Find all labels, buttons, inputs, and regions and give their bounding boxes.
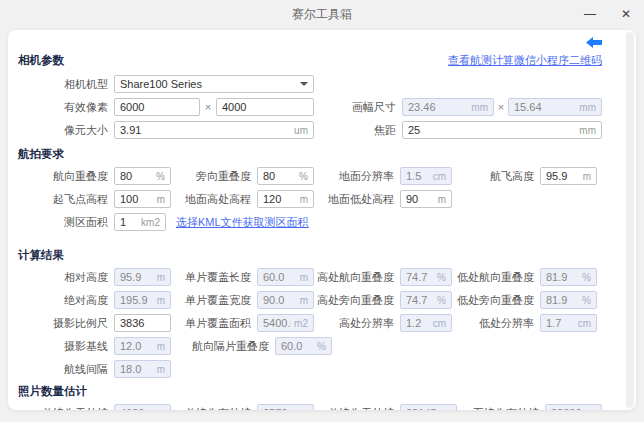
- kml-file-link[interactable]: 选择KML文件获取测区面积: [176, 215, 309, 230]
- photo-scale-field: 3836: [114, 314, 171, 332]
- frame-width-field: 23.46 mm: [402, 98, 494, 116]
- photo-count-row: 单镜头无外扩 4629 单镜头有外扩 6576 单镜头无外扩 23145 五镜头…: [18, 404, 618, 410]
- minimize-button[interactable]: —: [582, 6, 598, 22]
- pixels-frame-row: 有效像素 6000 × 4000 画幅尺寸 23.46 mm × 15.64 m…: [18, 98, 618, 116]
- flight-height-input[interactable]: 95.9 m: [540, 167, 597, 185]
- survey-area-label: 测区面积: [18, 215, 114, 230]
- camera-model-select[interactable]: Share100 Series: [114, 75, 314, 93]
- relative-height-label: 相对高度: [18, 270, 114, 285]
- times-sign: ×: [494, 101, 508, 113]
- focal-length-input[interactable]: 25 mm: [402, 121, 602, 139]
- camera-model-row: 相机机型 Share100 Series: [18, 75, 618, 93]
- five-no-expand-field: 23145: [400, 404, 457, 410]
- results-row-1: 相对高度 95.9 m 单片覆盖长度 60.0 m 高处航向重叠度 74.7 %…: [18, 268, 618, 286]
- results-row-3: 摄影比例尺 3836 单片覆盖面积 5400.0 m2 高处分辨率 1.2 cm…: [18, 314, 618, 332]
- gsd-field: 1.5 cm: [400, 167, 452, 185]
- ground-low-elevation-input[interactable]: 90 m: [400, 190, 452, 208]
- low-gsd-field: 1.7 cm: [540, 314, 597, 332]
- single-no-expand-label: 单镜头无外扩: [18, 406, 114, 411]
- photo-baseline-field: 12.0 m: [114, 337, 171, 355]
- relative-height-field: 95.9 m: [114, 268, 171, 286]
- results-row-2: 绝对高度 195.9 m 单片覆盖宽度 90.0 m 高处旁向重叠度 74.7 …: [18, 291, 618, 309]
- side-overlap-input[interactable]: 80 %: [257, 167, 314, 185]
- forward-overlap-label: 航向重叠度: [18, 169, 114, 184]
- single-coverage-width-label: 单片覆盖宽度: [171, 293, 257, 308]
- gsd-label: 地面分辨率: [314, 169, 400, 184]
- results-row-5: 航线间隔 18.0 m: [18, 360, 618, 378]
- main-panel: 相机参数 查看航测计算微信小程序二维码 相机机型 Share100 Series…: [8, 30, 636, 410]
- single-coverage-length-label: 单片覆盖长度: [171, 270, 257, 285]
- single-coverage-area-field: 5400.0 m2: [257, 314, 314, 332]
- low-forward-overlap-label: 低处航向重叠度: [452, 270, 540, 285]
- low-side-overlap-field: 81.9 %: [540, 291, 597, 309]
- title-bar: 赛尔工具箱 — ✕: [0, 0, 644, 28]
- five-no-expand-label: 单镜头无外扩: [314, 406, 400, 411]
- section-title-photos: 照片数量估计: [18, 384, 618, 399]
- pixel-size-input[interactable]: 3.91 um: [114, 121, 314, 139]
- side-overlap-label: 旁向重叠度: [171, 169, 257, 184]
- single-expand-field: 6576: [257, 404, 314, 410]
- five-expand-label: 五镜头有外扩: [457, 406, 545, 411]
- high-gsd-field: 1.2 cm: [400, 314, 452, 332]
- single-coverage-area-label: 单片覆盖面积: [171, 316, 257, 331]
- single-coverage-width-field: 90.0 m: [257, 291, 314, 309]
- low-side-overlap-label: 低处旁向重叠度: [452, 293, 540, 308]
- five-expand-field: 32880: [545, 404, 602, 410]
- low-gsd-label: 低处分辨率: [452, 316, 540, 331]
- takeoff-elevation-input[interactable]: 100 m: [114, 190, 171, 208]
- section-title-flight: 航拍要求: [18, 147, 618, 162]
- pixel-size-label: 像元大小: [18, 123, 114, 138]
- high-gsd-label: 高处分辨率: [314, 316, 400, 331]
- elevation-row: 起飞点高程 100 m 地面高处高程 120 m 地面低处高程 90 m: [18, 190, 618, 208]
- absolute-height-field: 195.9 m: [114, 291, 171, 309]
- window-title: 赛尔工具箱: [0, 6, 644, 23]
- back-arrow-icon[interactable]: [586, 37, 602, 48]
- forward-overlap-input[interactable]: 80 %: [114, 167, 171, 185]
- frame-height-field: 15.64 mm: [508, 98, 602, 116]
- pixel-size-focal-row: 像元大小 3.91 um 焦距 25 mm: [18, 121, 618, 139]
- single-expand-label: 单镜头有外扩: [171, 406, 257, 411]
- focal-length-label: 焦距: [314, 123, 402, 138]
- absolute-height-label: 绝对高度: [18, 293, 114, 308]
- low-forward-overlap-field: 81.9 %: [540, 268, 597, 286]
- takeoff-elevation-label: 起飞点高程: [18, 192, 114, 207]
- ground-low-elevation-label: 地面低处高程: [314, 192, 400, 207]
- single-coverage-length-field: 60.0 m: [257, 268, 314, 286]
- times-sign: ×: [200, 101, 216, 113]
- overlap-row: 航向重叠度 80 % 旁向重叠度 80 % 地面分辨率 1.5 cm 航飞高度 …: [18, 167, 618, 185]
- frame-size-label: 画幅尺寸: [314, 100, 402, 115]
- section-title-camera: 相机参数: [18, 53, 64, 68]
- close-button[interactable]: ✕: [618, 6, 634, 22]
- survey-area-row: 测区面积 1 km2 选择KML文件获取测区面积: [18, 213, 618, 231]
- scrollbar[interactable]: [626, 32, 634, 408]
- photo-scale-label: 摄影比例尺: [18, 316, 114, 331]
- flight-height-label: 航飞高度: [452, 169, 540, 184]
- chevron-down-icon: [300, 82, 308, 86]
- section-title-results: 计算结果: [18, 248, 618, 263]
- single-no-expand-field: 4629: [114, 404, 171, 410]
- forward-interval-overlap-label: 航向隔片重叠度: [171, 339, 275, 354]
- ground-high-elevation-input[interactable]: 120 m: [257, 190, 314, 208]
- pixels-height-input[interactable]: 4000: [216, 98, 314, 116]
- camera-model-label: 相机机型: [18, 77, 114, 92]
- high-side-overlap-field: 74.7 %: [400, 291, 452, 309]
- results-row-4: 摄影基线 12.0 m 航向隔片重叠度 60.0 %: [18, 337, 618, 355]
- ground-high-elevation-label: 地面高处高程: [171, 192, 257, 207]
- photo-baseline-label: 摄影基线: [18, 339, 114, 354]
- forward-interval-overlap-field: 60.0 %: [275, 337, 332, 355]
- high-forward-overlap-label: 高处航向重叠度: [314, 270, 400, 285]
- survey-area-input[interactable]: 1 km2: [114, 213, 166, 231]
- line-spacing-label: 航线间隔: [18, 362, 114, 377]
- line-spacing-field: 18.0 m: [114, 360, 171, 378]
- high-side-overlap-label: 高处旁向重叠度: [314, 293, 400, 308]
- effective-pixels-label: 有效像素: [18, 100, 114, 115]
- high-forward-overlap-field: 74.7 %: [400, 268, 452, 286]
- qr-code-link[interactable]: 查看航测计算微信小程序二维码: [448, 53, 602, 68]
- pixels-width-input[interactable]: 6000: [114, 98, 200, 116]
